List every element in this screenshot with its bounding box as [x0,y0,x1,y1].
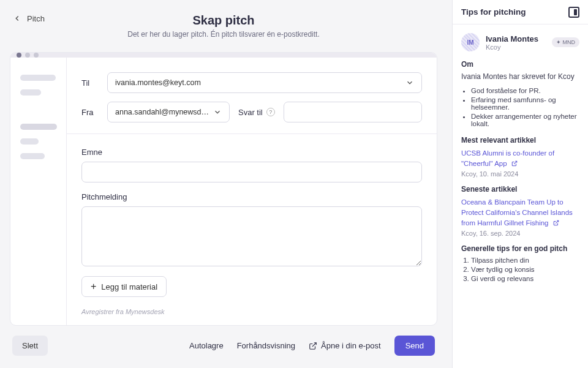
open-in-email-label: Åpne i din e-post [321,341,381,350]
subject-label: Emne [81,148,422,157]
send-button[interactable]: Send [394,336,435,356]
about-bullet: Dekker arrangementer og nyheter lokalt. [471,113,579,127]
source-badge: ✦ MND [552,37,580,47]
subject-input[interactable] [81,162,422,182]
svg-line-2 [556,220,559,223]
latest-heading: Seneste artikkel [461,185,579,193]
general-tips-heading: Generelle tips for en god pitch [461,244,579,253]
reply-to-label: Svar til [238,108,263,117]
from-value: anna.sandahl@mynewsdesk.com <he [115,108,213,116]
unregister-text: Avregistrer fra Mynewsdesk [81,308,422,315]
profile-name: Ivania Montes [486,34,538,43]
body-textarea[interactable] [81,206,422,266]
back-nav[interactable]: Pitch [10,10,47,23]
about-bullets: God forståelse for PR. Erfaring med samf… [461,87,579,127]
sparkle-icon: ✦ [556,39,561,45]
window-dot-icon [34,53,39,58]
preview-link[interactable]: Forhåndsvisning [237,341,295,350]
reply-to-input[interactable] [284,102,422,122]
add-material-button[interactable]: + Legg til material [81,276,167,297]
latest-article-link[interactable]: Oceana & Blancpain Team Up to Protect Ca… [461,198,573,226]
from-label: Fra [81,108,99,117]
tip-item: Gi verdi og relevans [471,275,579,282]
pitch-card: Til ivania.montes@keyt.com Fra anna.sand… [10,52,437,326]
window-dot-icon [17,53,21,58]
about-bullet: God forståelse for PR. [471,87,579,94]
side-title: Tips for pitching [461,7,526,17]
delete-button[interactable]: Slett [12,336,48,356]
external-link-icon [309,342,317,350]
page-title: Skap pitch [10,13,437,28]
to-label: Til [81,78,99,88]
to-select[interactable]: ivania.montes@keyt.com [107,72,422,93]
info-icon[interactable]: ? [266,108,275,116]
svg-line-0 [312,342,316,346]
back-label: Pitch [27,14,45,23]
window-titlebar [10,53,437,58]
latest-meta: Kcoy, 16. sep. 2024 [461,230,579,237]
profile-org: Kcoy [486,43,538,51]
window-dot-icon [25,53,30,58]
from-select[interactable]: anna.sandahl@mynewsdesk.com <he [107,102,230,122]
plus-icon: + [91,282,96,291]
skeleton-sidebar [10,58,67,326]
tip-item: Tilpass pitchen din [471,257,579,264]
add-material-label: Legg til material [101,282,157,291]
about-text: Ivania Montes har skrevet for Kcoy [461,72,579,81]
autosave-link[interactable]: Autolagre [189,341,224,350]
chevron-left-icon [12,13,22,23]
tips-list: Tilpass pitchen din Vær tydlig og konsis… [461,257,579,282]
most-relevant-meta: Kcoy, 10. mai 2024 [461,170,579,178]
most-relevant-heading: Mest relevant artikkel [461,136,579,145]
to-value: ivania.montes@keyt.com [115,78,201,87]
external-link-icon [511,160,518,167]
about-heading: Om [461,60,579,69]
open-in-email-link[interactable]: Åpne i din e-post [309,341,381,350]
chevron-down-icon [405,78,414,87]
page-subtitle: Det er her du lager pitch. Én pitch tils… [10,30,437,39]
chevron-down-icon [213,108,222,116]
panel-toggle-icon[interactable] [568,7,579,18]
svg-line-1 [514,161,517,164]
about-bullet: Erfaring med samfunns- og helseemner. [471,96,579,111]
avatar: IM [461,33,480,51]
tip-item: Vær tydlig og konsis [471,266,579,273]
body-label: Pitchmelding [81,192,422,201]
external-link-icon [553,220,559,226]
most-relevant-link[interactable]: UCSB Alumni is co-founder of "Cheerful" … [461,149,554,167]
